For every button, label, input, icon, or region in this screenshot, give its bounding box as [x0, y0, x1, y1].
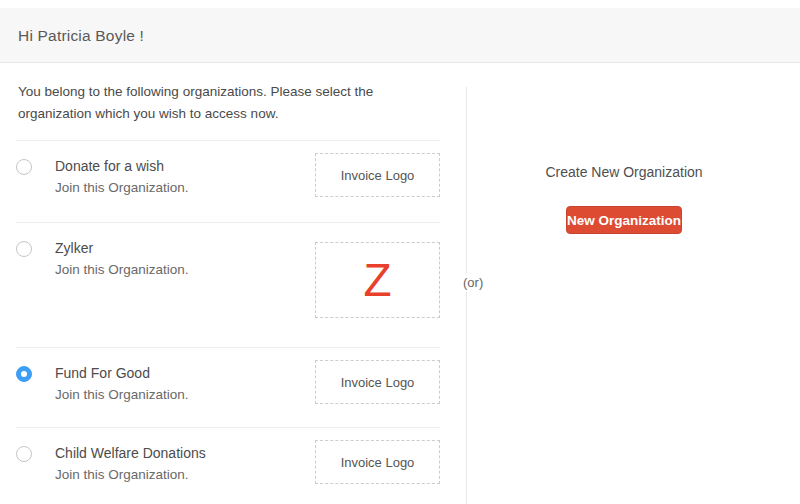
org-logo-placeholder: Invoice Logo [315, 360, 440, 404]
radio-button[interactable] [16, 241, 32, 257]
or-label: (or) [460, 273, 486, 292]
org-texts: Donate for a wish Join this Organization… [55, 156, 189, 199]
radio-button[interactable] [16, 159, 32, 175]
org-texts: Fund For Good Join this Organization. [55, 363, 189, 406]
org-logo-letter: Z [315, 242, 440, 318]
org-texts: Child Welfare Donations Join this Organi… [55, 443, 206, 486]
vertical-divider [466, 87, 467, 504]
org-row-zylker[interactable]: Zylker Join this Organization. Z [16, 222, 440, 347]
intro-text: You belong to the following organization… [18, 81, 446, 125]
org-subtitle: Join this Organization. [55, 177, 189, 199]
org-subtitle: Join this Organization. [55, 384, 189, 406]
org-row-donate-for-a-wish[interactable]: Donate for a wish Join this Organization… [16, 140, 440, 222]
page-header: Hi Patricia Boyle ! [0, 8, 800, 63]
greeting-text: Hi Patricia Boyle ! [0, 8, 800, 63]
radio-button[interactable] [16, 446, 32, 462]
org-name: Zylker [55, 238, 189, 259]
org-row-fund-for-good[interactable]: Fund For Good Join this Organization. In… [16, 347, 440, 427]
org-logo-placeholder: Invoice Logo [315, 153, 440, 197]
radio-button-selected[interactable] [16, 366, 32, 382]
org-texts: Zylker Join this Organization. [55, 238, 189, 281]
org-row-child-welfare-donations[interactable]: Child Welfare Donations Join this Organi… [16, 427, 440, 504]
org-logo-placeholder: Invoice Logo [315, 440, 440, 484]
org-name: Donate for a wish [55, 156, 189, 177]
create-new-organization-heading: Create New Organization [464, 164, 784, 180]
org-name: Child Welfare Donations [55, 443, 206, 464]
new-organization-button[interactable]: New Organization [566, 206, 682, 234]
organization-list: Donate for a wish Join this Organization… [16, 140, 440, 504]
org-subtitle: Join this Organization. [55, 464, 206, 486]
org-subtitle: Join this Organization. [55, 259, 189, 281]
organization-select-page: Hi Patricia Boyle ! You belong to the fo… [0, 0, 800, 504]
org-name: Fund For Good [55, 363, 189, 384]
